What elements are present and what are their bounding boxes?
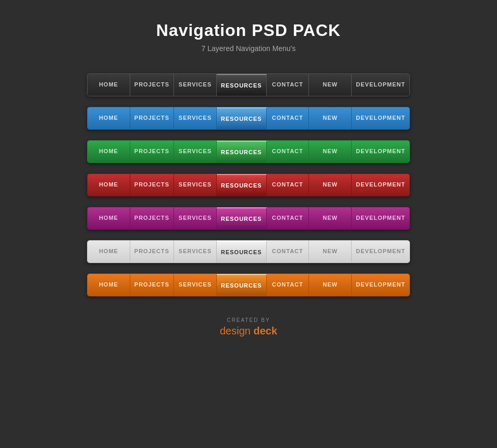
nav-purple: HOME PROJECTS SERVICES RESOURCES CONTACT…	[87, 207, 410, 230]
nav-gray-contact[interactable]: CONTACT	[267, 241, 309, 263]
nav-gray-projects[interactable]: PROJECTS	[130, 241, 174, 263]
footer-brand: design deck	[220, 325, 277, 337]
nav-gray-resources[interactable]: RESOURCES	[217, 241, 267, 263]
nav-green-projects[interactable]: PROJECTS	[130, 141, 174, 163]
nav-blue-resources[interactable]: RESOURCES	[217, 107, 267, 129]
nav-blue-projects[interactable]: PROJECTS	[130, 107, 174, 129]
nav-blue: HOME PROJECTS SERVICES RESOURCES CONTACT…	[87, 107, 410, 130]
nav-orange-resources[interactable]: RESOURCES	[217, 274, 267, 296]
page-subtitle: 7 Layered Navigation Menu's	[202, 44, 296, 53]
nav-orange-new[interactable]: NEW	[309, 274, 352, 296]
nav-green: HOME PROJECTS SERVICES RESOURCES CONTACT…	[87, 140, 410, 163]
nav-red-contact[interactable]: CONTACT	[267, 174, 309, 196]
nav-red-resources[interactable]: RESOURCES	[217, 174, 267, 196]
nav-red-services[interactable]: SERVICES	[174, 174, 217, 196]
nav-dark-home[interactable]: HOME	[88, 74, 130, 96]
nav-blue-services[interactable]: SERVICES	[174, 107, 217, 129]
nav-purple-resources[interactable]: RESOURCES	[217, 207, 267, 229]
nav-gray-new[interactable]: NEW	[309, 241, 352, 263]
nav-dark-new[interactable]: NEW	[309, 74, 352, 96]
nav-dark-resources[interactable]: RESOURCES	[217, 74, 267, 96]
footer-created-by: CREATED BY	[220, 317, 277, 323]
nav-green-home[interactable]: HOME	[88, 141, 130, 163]
nav-dark-projects[interactable]: PROJECTS	[130, 74, 174, 96]
page-title: Navigation PSD PACK	[156, 21, 341, 40]
nav-dark: HOME PROJECTS SERVICES RESOURCES CONTACT…	[87, 73, 410, 96]
nav-red-projects[interactable]: PROJECTS	[130, 174, 174, 196]
nav-purple-services[interactable]: SERVICES	[174, 207, 217, 229]
nav-green-development[interactable]: DEVELOPMENT	[352, 141, 409, 163]
footer-brand-deck: deck	[253, 325, 277, 337]
nav-red-new[interactable]: NEW	[309, 174, 352, 196]
nav-green-contact[interactable]: CONTACT	[267, 141, 309, 163]
footer-brand-design: design	[220, 325, 251, 337]
nav-purple-new[interactable]: NEW	[309, 207, 352, 229]
nav-green-services[interactable]: SERVICES	[174, 141, 217, 163]
nav-green-resources[interactable]: RESOURCES	[217, 141, 267, 163]
nav-orange-services[interactable]: SERVICES	[174, 274, 217, 296]
nav-red: HOME PROJECTS SERVICES RESOURCES CONTACT…	[87, 173, 410, 196]
nav-gray-development[interactable]: DEVELOPMENT	[352, 241, 409, 263]
nav-purple-home[interactable]: HOME	[88, 207, 130, 229]
nav-orange-home[interactable]: HOME	[88, 274, 130, 296]
nav-orange-development[interactable]: DEVELOPMENT	[352, 274, 409, 296]
nav-orange-projects[interactable]: PROJECTS	[130, 274, 174, 296]
nav-blue-home[interactable]: HOME	[88, 107, 130, 129]
nav-purple-contact[interactable]: CONTACT	[267, 207, 309, 229]
nav-purple-projects[interactable]: PROJECTS	[130, 207, 174, 229]
nav-gray: HOME PROJECTS SERVICES RESOURCES CONTACT…	[87, 240, 410, 263]
nav-orange-contact[interactable]: CONTACT	[267, 274, 309, 296]
nav-dark-contact[interactable]: CONTACT	[267, 74, 309, 96]
nav-gray-services[interactable]: SERVICES	[174, 241, 217, 263]
nav-blue-contact[interactable]: CONTACT	[267, 107, 309, 129]
nav-purple-development[interactable]: DEVELOPMENT	[352, 207, 409, 229]
footer: CREATED BY design deck	[220, 317, 277, 337]
nav-orange: HOME PROJECTS SERVICES RESOURCES CONTACT…	[87, 273, 410, 296]
nav-dark-development[interactable]: DEVELOPMENT	[352, 74, 409, 96]
nav-blue-new[interactable]: NEW	[309, 107, 352, 129]
nav-green-new[interactable]: NEW	[309, 141, 352, 163]
nav-red-development[interactable]: DEVELOPMENT	[352, 174, 409, 196]
nav-dark-services[interactable]: SERVICES	[174, 74, 217, 96]
nav-blue-development[interactable]: DEVELOPMENT	[352, 107, 409, 129]
nav-gray-home[interactable]: HOME	[88, 241, 130, 263]
nav-red-home[interactable]: HOME	[88, 174, 130, 196]
